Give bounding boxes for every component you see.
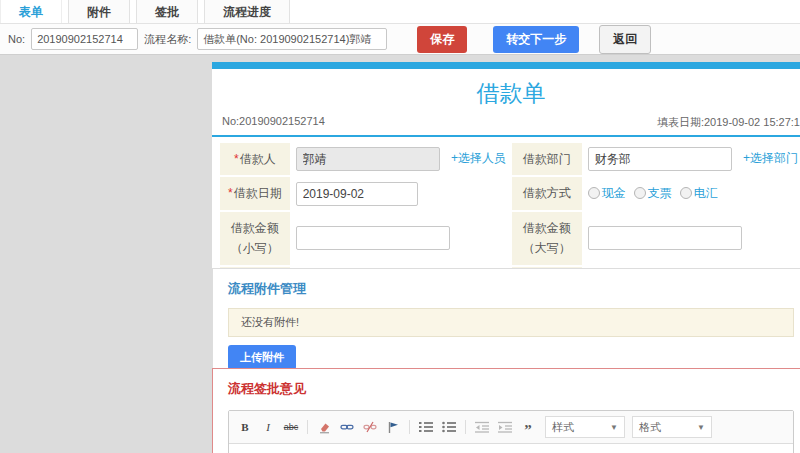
chevron-down-icon: ▼ bbox=[610, 423, 618, 432]
table-row: *借款人 +选择人员 借款部门 +选择部门 bbox=[220, 143, 800, 175]
tab-attachments[interactable]: 附件 bbox=[68, 0, 130, 23]
department-label: 借款部门 bbox=[512, 143, 582, 175]
select-person-link[interactable]: +选择人员 bbox=[451, 151, 506, 165]
loan-date-label: *借款日期 bbox=[220, 177, 290, 209]
bold-icon[interactable]: B bbox=[235, 418, 255, 436]
command-bar: No: 流程名称: 保存 转交下一步 返回 bbox=[0, 24, 800, 55]
blockquote-icon[interactable]: ” bbox=[518, 415, 538, 439]
amount-big-input[interactable] bbox=[588, 226, 742, 250]
indent-icon[interactable] bbox=[495, 418, 515, 436]
strikethrough-icon[interactable]: abc bbox=[281, 418, 301, 436]
toolbar-divider bbox=[307, 420, 308, 434]
radio-cheque[interactable]: 支票 bbox=[634, 185, 672, 202]
panel-top-bar bbox=[212, 62, 800, 69]
editor-toolbar: B I abc bbox=[229, 411, 793, 444]
toolbar-divider bbox=[465, 420, 466, 434]
tab-progress[interactable]: 流程进度 bbox=[204, 0, 290, 23]
link-icon[interactable] bbox=[337, 418, 357, 436]
no-label: No: bbox=[8, 33, 25, 45]
radio-cash[interactable]: 现金 bbox=[588, 185, 626, 202]
back-button[interactable]: 返回 bbox=[599, 25, 651, 54]
radio-icon[interactable] bbox=[634, 187, 646, 199]
italic-icon[interactable]: I bbox=[258, 418, 278, 436]
table-row: *借款日期 借款方式 现金 支票 电汇 bbox=[220, 177, 800, 209]
table-row: 借款金额（小写） 借款金额（大写） bbox=[220, 212, 800, 265]
upload-attachment-button[interactable]: 上传附件 bbox=[228, 345, 296, 370]
radio-icon[interactable] bbox=[680, 187, 692, 199]
tab-bar: 表单 附件 签批 流程进度 bbox=[0, 0, 800, 24]
loan-method-radios: 现金 支票 电汇 bbox=[588, 185, 718, 202]
toolbar-divider bbox=[409, 420, 410, 434]
chevron-down-icon: ▼ bbox=[697, 423, 705, 432]
form-meta-row: No:20190902152714 填表日期:2019-09-02 15:27:… bbox=[212, 113, 800, 137]
outdent-icon[interactable] bbox=[472, 418, 492, 436]
no-attachments-message: 还没有附件! bbox=[228, 308, 794, 337]
attachments-panel: 流程附件管理 还没有附件! 上传附件 bbox=[212, 268, 800, 383]
no-input[interactable] bbox=[31, 28, 138, 50]
department-input[interactable] bbox=[588, 147, 732, 171]
flow-name-input[interactable] bbox=[197, 28, 387, 50]
tab-form[interactable]: 表单 bbox=[0, 0, 62, 23]
styles-dropdown[interactable]: 样式▼ bbox=[545, 416, 625, 438]
ordered-list-icon[interactable] bbox=[416, 418, 436, 436]
form-title: 借款单 bbox=[212, 69, 800, 113]
flow-name-label: 流程名称: bbox=[144, 32, 191, 47]
save-button[interactable]: 保存 bbox=[417, 26, 467, 53]
attachments-header: 流程附件管理 bbox=[228, 280, 794, 298]
borrower-input[interactable] bbox=[296, 147, 440, 171]
required-mark: * bbox=[228, 186, 233, 200]
anchor-flag-icon[interactable] bbox=[383, 418, 403, 436]
radio-icon[interactable] bbox=[588, 187, 600, 199]
required-mark: * bbox=[234, 152, 239, 166]
loan-method-label: 借款方式 bbox=[512, 177, 582, 209]
opinions-panel: 流程签批意见 B I abc bbox=[212, 368, 800, 453]
radio-wire[interactable]: 电汇 bbox=[680, 185, 718, 202]
form-no: No:20190902152714 bbox=[222, 115, 325, 130]
borrower-label: *借款人 bbox=[220, 143, 290, 175]
unordered-list-icon[interactable] bbox=[439, 418, 459, 436]
remove-format-icon[interactable] bbox=[314, 418, 334, 436]
opinions-header: 流程签批意见 bbox=[228, 380, 794, 398]
format-dropdown[interactable]: 格式▼ bbox=[632, 416, 712, 438]
amount-small-label: 借款金额（小写） bbox=[220, 212, 290, 265]
unlink-icon[interactable] bbox=[360, 418, 380, 436]
amount-small-input[interactable] bbox=[296, 226, 450, 250]
tab-approval[interactable]: 签批 bbox=[136, 0, 198, 23]
rich-text-editor: B I abc bbox=[228, 410, 794, 453]
form-fill-date: 填表日期:2019-09-02 15:27:1 bbox=[657, 115, 800, 130]
select-department-link[interactable]: +选择部门 bbox=[743, 151, 798, 165]
editor-content-area[interactable] bbox=[229, 444, 793, 453]
forward-next-step-button[interactable]: 转交下一步 bbox=[493, 26, 579, 53]
loan-date-input[interactable] bbox=[296, 182, 418, 206]
amount-big-label: 借款金额（大写） bbox=[512, 212, 582, 265]
